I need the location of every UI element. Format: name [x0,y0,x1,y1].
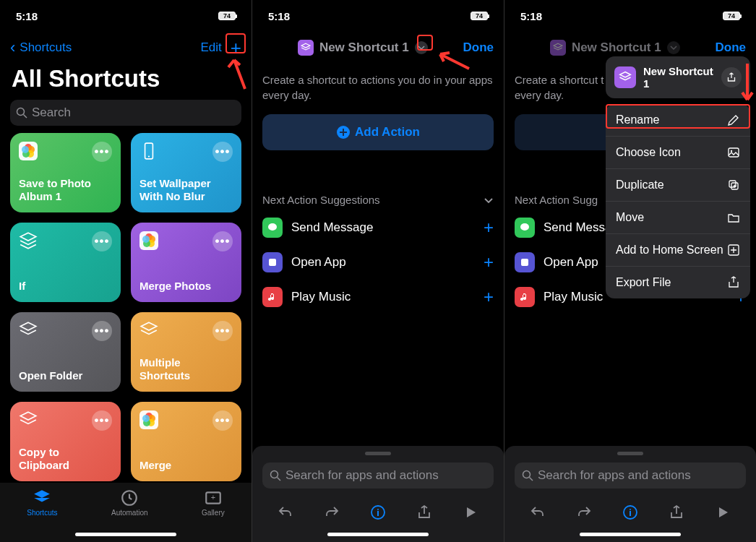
search-input[interactable]: Search [10,100,241,126]
redo-button[interactable] [322,503,341,522]
suggestion-list: Send Message+ Open App+ Play Music+ [262,210,494,314]
menu-add-home[interactable]: Add to Home Screen [606,234,750,267]
svg-point-35 [731,150,732,152]
gallery-icon: + [204,489,223,507]
play-button[interactable] [713,503,732,522]
add-shortcut-button[interactable]: + [231,37,241,59]
redo-button[interactable] [575,503,593,522]
sheet-search-input[interactable]: Search for apps and actions [262,463,494,489]
bottom-sheet[interactable]: Search for apps and actions [504,446,756,542]
shortcut-badge-icon [550,40,566,56]
bottom-sheet[interactable]: Search for apps and actions [252,446,504,542]
suggestion-item[interactable]: Play Music+ [262,280,494,314]
status-time: 5:18 [268,10,290,22]
shortcut-tile[interactable]: •••Copy to Clipboard [10,402,121,481]
tile-more-button[interactable]: ••• [92,410,112,431]
tile-more-button[interactable]: ••• [212,321,233,341]
done-button[interactable]: Done [716,40,747,55]
menu-choose-icon[interactable]: Choose Icon [606,137,750,169]
search-icon [16,107,27,119]
svg-point-16 [268,223,277,231]
suggestion-item[interactable]: Send Message+ [262,210,494,245]
svg-point-32 [630,509,631,510]
share-button[interactable] [721,67,742,87]
search-placeholder: Search [32,106,71,120]
shortcuts-icon [33,489,51,507]
popup-header: New Shortcut 1 [606,56,750,98]
done-button[interactable]: Done [463,40,494,55]
info-button[interactable] [369,503,387,522]
add-action-button[interactable]: Add Action [262,114,494,150]
svg-point-4 [17,108,25,116]
tile-more-button[interactable]: ••• [92,321,112,341]
tile-more-button[interactable]: ••• [92,231,112,251]
status-right: 74 [717,12,740,20]
screen-shortcuts-list: 5:18 74 ‹ Shortcuts Edit + All Shortcuts… [0,0,252,542]
svg-point-21 [377,509,379,510]
status-bar: 5:18 74 [504,0,756,32]
add-icon[interactable]: + [484,218,494,238]
add-icon[interactable]: + [484,252,494,272]
sheet-search-input[interactable]: Search for apps and actions [515,463,746,489]
sheet-grabber[interactable] [617,452,643,455]
shortcut-tile[interactable]: •••If [10,223,121,302]
play-button[interactable] [461,503,480,522]
suggestion-item[interactable]: Open App+ [262,245,494,280]
menu-move[interactable]: Move [606,202,750,234]
info-button[interactable] [621,503,640,522]
chevron-left-icon: ‹ [10,38,15,57]
menu-rename[interactable]: Rename [606,104,750,137]
pencil-icon [727,113,740,126]
suggestions-header[interactable]: Next Action Suggestions [262,194,494,206]
svg-line-5 [24,115,27,119]
svg-text:+: + [211,493,215,502]
automation-icon [120,489,139,507]
music-icon [262,287,283,307]
add-icon[interactable]: + [484,287,494,307]
share-button[interactable] [415,503,434,522]
svg-rect-28 [521,259,528,266]
shortcut-badge-icon [614,66,636,88]
menu-duplicate[interactable]: Duplicate [606,169,750,202]
tab-gallery[interactable]: + Gallery [202,489,225,517]
battery-indicator: 74 [218,12,236,20]
tab-automation[interactable]: Automation [111,489,148,517]
page-title: All Shortcuts [0,64,252,100]
chevron-down-icon [415,41,428,54]
share-button[interactable] [667,503,686,522]
edit-button[interactable]: Edit [201,40,222,55]
tile-more-button[interactable]: ••• [212,142,233,162]
status-right: 74 [212,12,236,20]
shortcut-tile[interactable]: •••Merge Photos [131,223,241,302]
menu-export[interactable]: Export File [606,267,750,298]
shortcut-tile[interactable]: •••Multiple Shortcuts [131,312,241,392]
nav-bar: New Shortcut 1 Done [252,32,504,64]
home-indicator[interactable] [75,533,176,536]
back-button[interactable]: ‹ Shortcuts [10,38,72,57]
tile-more-button[interactable]: ••• [92,142,112,162]
undo-button[interactable] [276,503,295,522]
shortcut-tile[interactable]: •••Set Wallpaper With No Blur [131,133,241,212]
hint-text: Create a shortcut to actions you do in y… [262,72,494,103]
music-icon [515,287,535,307]
shortcut-title-button[interactable]: New Shortcut 1 [298,40,428,56]
tab-shortcuts[interactable]: Shortcuts [27,489,57,517]
battery-level: 74 [218,12,236,20]
tile-more-button[interactable]: ••• [212,410,233,431]
svg-point-27 [520,223,529,231]
shortcut-badge-icon [298,40,314,56]
shortcut-tile[interactable]: •••Merge [131,402,241,481]
layers-icon [19,321,38,340]
sheet-grabber[interactable] [365,452,391,455]
svg-rect-34 [729,148,739,157]
status-right: 74 [465,12,488,20]
plus-square-icon [727,244,740,257]
undo-button[interactable] [528,503,547,522]
home-indicator[interactable] [580,533,681,536]
chevron-down-icon [484,195,494,205]
shortcut-title-button[interactable]: New Shortcut 1 [550,40,680,56]
shortcut-tile[interactable]: •••Open Folder [10,312,121,392]
tile-more-button[interactable]: ••• [212,231,233,251]
home-indicator[interactable] [327,533,429,536]
shortcut-tile[interactable]: •••Save to Photo Album 1 [10,133,121,212]
